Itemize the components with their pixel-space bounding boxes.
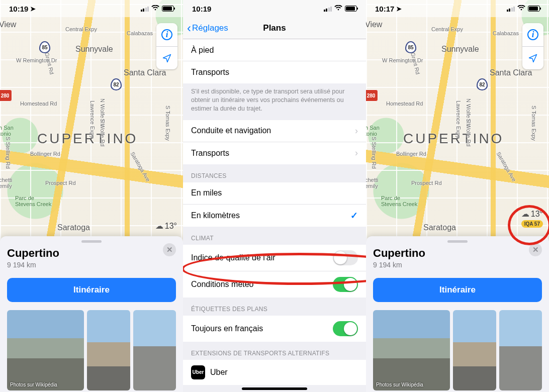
road-central: Central Expy <box>65 26 97 32</box>
row-label: Transports <box>191 149 229 158</box>
status-bar: 10:19➤ <box>0 0 183 17</box>
row-label: Conduite et navigation <box>191 126 271 135</box>
photo-thumb[interactable]: Photos sur Wikipédia <box>7 310 84 390</box>
row-transit-mode[interactable]: Transports <box>183 61 366 83</box>
photo-thumb[interactable] <box>499 310 542 390</box>
directions-button[interactable]: Itinéraire <box>373 278 542 302</box>
shield-280: 280 <box>366 89 378 102</box>
road-lawrence: Lawrence Expy <box>89 101 96 138</box>
row-label: Toujours en français <box>191 324 263 333</box>
row-label: En miles <box>191 188 222 198</box>
phone-settings: 10:19 ‹Réglages Plans À pied Transports … <box>183 0 366 392</box>
row-label: Indice de qualité de l'air <box>191 253 276 262</box>
location-services-icon: ➤ <box>396 5 402 13</box>
shield-82: 82 <box>111 78 122 90</box>
row-label: En kilomètres <box>191 211 240 220</box>
row-driving-nav[interactable]: Conduite et navigation› <box>183 120 366 142</box>
road-calabazas: Calabazas <box>127 30 153 36</box>
row-walking[interactable]: À pied <box>183 39 366 61</box>
wifi-icon <box>334 5 342 13</box>
city-saratoga: Saratoga <box>423 223 456 232</box>
weather-temp: 13° <box>165 222 177 231</box>
phone-map-right: 10:17➤ i View Sunnyvale Santa Clara CUPE… <box>366 0 549 392</box>
info-button[interactable]: i <box>522 23 543 46</box>
row-label: Uber <box>210 368 228 377</box>
locate-me-button[interactable] <box>522 46 543 69</box>
cellular-icon <box>507 6 515 12</box>
road-bollinger: Bollinger Rd <box>30 151 60 157</box>
road-wolfe-s: S Wolfe Rd <box>466 119 472 146</box>
sheet-grabber[interactable] <box>81 240 102 243</box>
air-quality-badge: IQA 57 <box>521 220 543 228</box>
cellular-icon <box>141 6 149 12</box>
home-indicator[interactable] <box>242 387 307 390</box>
place-sheet[interactable]: ✕ Cupertino 9 194 km Itinéraire Photos s… <box>0 236 183 392</box>
section-header-labels: ÉTIQUETTES DES PLANS <box>183 298 366 316</box>
cellular-icon <box>324 6 332 12</box>
photo-strip[interactable]: Photos sur Wikipédia <box>373 310 542 390</box>
road-stelling: S Stelling Rd <box>371 137 377 169</box>
locate-me-button[interactable] <box>156 46 177 69</box>
close-button[interactable]: ✕ <box>529 243 542 256</box>
row-uber[interactable]: Uber Uber <box>183 360 366 385</box>
row-label: Transports <box>191 68 229 77</box>
status-time: 10:19 <box>9 5 28 13</box>
road-lawrence: Lawrence Expy <box>455 101 462 138</box>
back-label: Réglages <box>192 23 228 33</box>
photo-thumb[interactable]: Photos sur Wikipédia <box>373 310 450 390</box>
row-transit-nav[interactable]: Transports› <box>183 142 366 164</box>
place-distance: 9 194 km <box>373 261 542 269</box>
city-view: View <box>366 20 382 29</box>
row-labels-french[interactable]: Toujours en français <box>183 316 366 342</box>
photo-strip[interactable]: Photos sur Wikipédia <box>7 310 176 390</box>
weather-badge[interactable]: ☁13° IQA 57 <box>521 209 543 228</box>
cloud-icon: ☁ <box>521 209 529 219</box>
toggle-weather[interactable] <box>333 277 358 292</box>
wifi-icon <box>151 5 159 13</box>
back-button[interactable]: ‹Réglages <box>187 22 228 34</box>
close-button[interactable]: ✕ <box>163 243 176 256</box>
label-chetti: chetti emily <box>0 177 12 189</box>
photo-credit: Photos sur Wikipédia <box>10 382 57 387</box>
sheet-grabber[interactable] <box>447 240 468 243</box>
row-air-quality[interactable]: Indice de qualité de l'air <box>183 245 366 271</box>
place-distance: 9 194 km <box>7 261 176 269</box>
row-kilometres[interactable]: En kilomètres✓ <box>183 205 366 227</box>
city-sunnyvale: Sunnyvale <box>75 45 113 54</box>
shield-85: 85 <box>39 41 50 53</box>
city-view: View <box>0 20 16 29</box>
section-header-climate: CLIMAT <box>183 227 366 245</box>
chevron-right-icon: › <box>355 148 358 158</box>
photo-thumb[interactable] <box>87 310 130 390</box>
shield-85: 85 <box>405 41 416 53</box>
toggle-air-quality[interactable] <box>333 250 358 265</box>
row-miles[interactable]: En miles <box>183 182 366 205</box>
settings-list[interactable]: À pied Transports S'il est disponible, c… <box>183 39 366 385</box>
photo-thumb[interactable] <box>133 310 176 390</box>
road-prospect: Prospect Rd <box>411 180 442 186</box>
city-saratoga: Saratoga <box>57 223 90 232</box>
row-label: À pied <box>191 46 214 55</box>
road-homestead: Homestead Rd <box>386 101 423 107</box>
city-cupertino: CUPERTINO <box>37 131 138 147</box>
toggle-labels-french[interactable] <box>333 321 358 336</box>
phone-map-left: 10:19➤ i View Sunnyvale Santa Clara CUPE… <box>0 0 183 392</box>
road-homestead: Homestead Rd <box>20 101 57 107</box>
shield-82: 82 <box>477 78 488 90</box>
place-sheet[interactable]: ✕ Cupertino 9 194 km Itinéraire Photos s… <box>366 236 549 392</box>
status-time: 10:19 <box>192 5 211 13</box>
road-bollinger: Bollinger Rd <box>396 151 426 157</box>
photo-thumb[interactable] <box>453 310 496 390</box>
battery-icon <box>345 6 357 12</box>
chevron-right-icon: › <box>355 126 358 136</box>
park-san: h San tonio <box>0 125 14 137</box>
status-bar: 10:17➤ <box>366 0 549 17</box>
city-santaclara: Santa Clara <box>490 68 532 77</box>
row-weather[interactable]: Conditions météo <box>183 271 366 298</box>
status-bar: 10:19 <box>183 0 366 17</box>
road-calabazas: Calabazas <box>493 30 519 36</box>
weather-badge[interactable]: ☁13° <box>155 221 177 231</box>
battery-icon <box>162 6 174 12</box>
directions-button[interactable]: Itinéraire <box>7 278 176 302</box>
info-button[interactable]: i <box>156 23 177 46</box>
